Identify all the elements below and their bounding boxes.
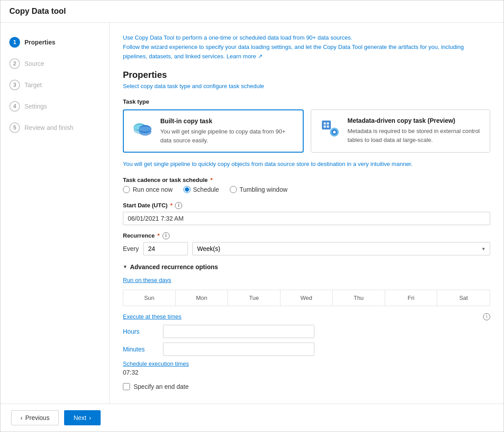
recurrence-unit-wrapper: Minute(s) Hour(s) Day(s) Week(s) Month(s… [192,242,490,255]
end-date-label[interactable]: Specify an end date [134,383,189,390]
hours-input[interactable] [163,325,314,338]
minutes-input[interactable] [163,343,314,356]
svg-rect-7 [324,122,326,125]
radio-schedule-label: Schedule [193,186,219,193]
task-type-row: Built-in copy task You will get single p… [123,109,490,153]
day-wed: Wed [280,290,333,306]
sidebar-item-source[interactable]: 2 Source [0,53,109,74]
run-on-days-link[interactable]: Run on these days [123,277,490,283]
sidebar-item-review[interactable]: 5 Review and finish [0,117,109,138]
app-container: Copy Data tool 1 Properties 2 Source 3 T… [0,0,504,432]
end-date-checkbox[interactable] [123,383,130,390]
collapse-icon: ▼ [123,264,127,269]
days-grid: Sun Mon Tue Wed Thu Fri Sat [123,290,490,306]
execute-times-link[interactable]: Execute at these times [123,313,182,320]
svg-point-5 [139,126,151,132]
day-mon: Mon [176,290,228,306]
section-title: Properties [123,70,490,80]
radio-schedule-input[interactable] [183,186,191,193]
minutes-label: Minutes [123,346,154,353]
task-card-builtin[interactable]: Built-in copy task You will get single p… [123,109,304,153]
svg-rect-6 [322,121,331,129]
schedule-radio-group: Run once now Schedule Tumbling window [123,186,490,193]
sidebar-label-review: Review and finish [24,124,73,131]
info-banner: Use Copy Data Tool to perform a one-time… [123,33,490,61]
recurrence-label: Recurrence * i [123,232,490,239]
step-3-circle: 3 [9,80,20,90]
section-subtitle: Select copy data task type and configure… [123,83,490,89]
step-2-circle: 2 [9,58,20,69]
previous-button[interactable]: ‹ Previous [11,410,59,425]
builtin-card-title: Built-in copy task [160,117,296,125]
recurrence-number-input[interactable] [143,242,188,255]
sidebar-label-target: Target [24,81,42,89]
recurrence-section: Recurrence * i Every Minute(s) Hour(s) D… [123,232,490,255]
next-label: Next [73,414,86,421]
next-button[interactable]: Next › [64,410,100,425]
step-4-circle: 4 [9,101,20,112]
day-sun: Sun [123,290,176,306]
radio-run-once-input[interactable] [123,186,130,193]
builtin-card-desc: You will get single pipeline to copy dat… [160,127,296,145]
sidebar-label-source: Source [24,60,44,67]
radio-tumbling-input[interactable] [230,186,237,193]
task-type-label: Task type [123,98,490,105]
task-cadence-section: Task cadence or task schedule * Run once… [123,177,490,193]
start-date-label: Start Date (UTC) * i [123,202,490,209]
prev-label: Previous [25,414,49,421]
start-date-info-icon[interactable]: i [175,202,182,209]
schedule-time-value: 07:32 [123,369,490,376]
execute-times-row: Execute at these times i [123,313,490,320]
start-date-input[interactable] [123,212,490,225]
learn-more-link[interactable]: Learn more [227,53,256,60]
sidebar-item-properties[interactable]: 1 Properties [0,32,109,53]
day-tue: Tue [228,290,280,306]
advanced-header[interactable]: ▼ Advanced recurrence options [123,263,490,271]
svg-rect-10 [327,125,329,128]
step-5-circle: 5 [9,122,20,133]
recurrence-row: Every Minute(s) Hour(s) Day(s) Week(s) M… [123,242,490,255]
app-title: Copy Data tool [9,7,495,16]
radio-schedule[interactable]: Schedule [183,186,219,193]
prev-arrow-icon: ‹ [20,414,23,421]
radio-tumbling[interactable]: Tumbling window [230,186,288,193]
step-1-circle: 1 [9,37,20,48]
task-card-metadata[interactable]: Metadata-driven copy task (Preview) Meta… [311,109,491,153]
sidebar-item-settings[interactable]: 4 Settings [0,96,109,117]
hours-row: Hours [123,325,490,338]
advanced-label: Advanced recurrence options [130,263,218,271]
builtin-copy-icon [131,117,154,141]
pipeline-note: You will get single pipeline to quickly … [123,160,490,169]
svg-rect-9 [324,125,326,128]
sidebar-item-target[interactable]: 3 Target [0,74,109,96]
hours-label: Hours [123,328,154,335]
day-thu: Thu [333,290,385,306]
recurrence-info-icon[interactable]: i [163,232,170,239]
next-arrow-icon: › [89,414,91,421]
end-date-checkbox-row: Specify an end date [123,383,490,390]
start-date-required: * [170,202,172,209]
builtin-card-text: Built-in copy task You will get single p… [160,117,296,145]
svg-point-13 [333,131,336,133]
recurrence-unit-select[interactable]: Minute(s) Hour(s) Day(s) Week(s) Month(s… [192,242,490,255]
metadata-card-text: Metadata-driven copy task (Preview) Meta… [348,117,483,144]
every-label: Every [123,245,139,252]
radio-run-once-label: Run once now [133,186,173,193]
title-bar: Copy Data tool [0,0,504,23]
sidebar-label-properties: Properties [24,39,55,46]
minutes-row: Minutes [123,343,490,356]
info-text-line2: Follow the wizard experience to specify … [123,44,464,60]
svg-rect-8 [327,122,329,125]
main-content: 1 Properties 2 Source 3 Target 4 Setting… [0,23,504,404]
execute-times-info-icon[interactable]: i [483,313,490,320]
schedule-execution-link[interactable]: Schedule execution times [123,360,490,367]
advanced-section: ▼ Advanced recurrence options Run on the… [123,263,490,390]
metadata-icon [318,117,341,140]
sidebar-label-settings: Settings [24,103,47,110]
radio-run-once[interactable]: Run once now [123,186,173,193]
recurrence-required: * [158,232,160,239]
day-sat: Sat [437,290,490,306]
start-date-section: Start Date (UTC) * i [123,202,490,225]
task-cadence-label: Task cadence or task schedule * [123,177,490,183]
metadata-card-desc: Metadata is required to be stored in ext… [348,127,483,144]
